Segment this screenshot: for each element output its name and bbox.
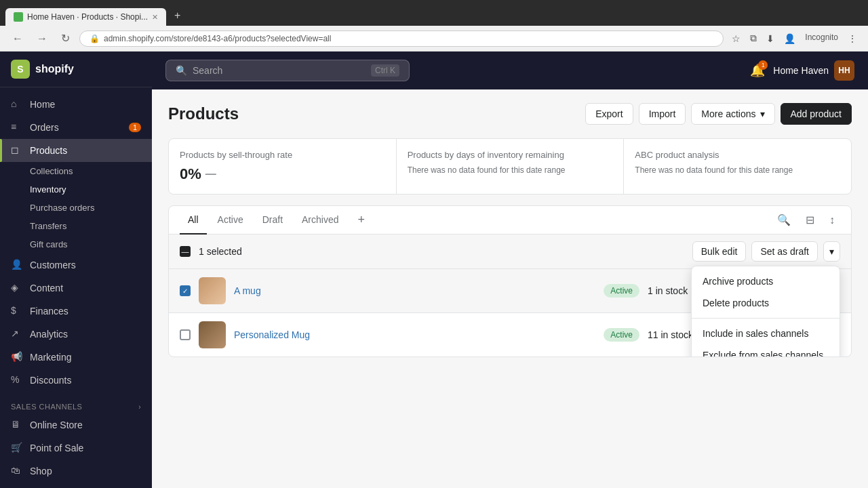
sales-channels-arrow-icon[interactable]: ›: [138, 403, 141, 411]
page-actions: Export Import More actions ▾ Add product: [585, 103, 852, 125]
sidebar-item-orders[interactable]: ≡ Orders 1: [0, 116, 152, 139]
sidebar-item-discounts[interactable]: % Discounts: [0, 369, 152, 392]
sidebar-item-products-label: Products: [30, 145, 67, 156]
filter-icon[interactable]: ⊟: [800, 209, 820, 230]
sidebar-item-marketing-label: Marketing: [30, 352, 71, 363]
store-name: Home Haven: [773, 65, 829, 76]
tab-archived[interactable]: Archived: [294, 206, 347, 235]
tab-all[interactable]: All: [180, 206, 207, 235]
sidebar-item-customers[interactable]: 👤 Customers: [0, 253, 152, 277]
dropdown-include-sales-channels[interactable]: Include in sales channels: [692, 323, 840, 344]
point-of-sale-icon: 🛒: [11, 442, 23, 454]
sidebar-item-online-store-label: Online Store: [30, 420, 83, 430]
browser-tabs: Home Haven · Products · Shopi... ✕ +: [0, 0, 868, 26]
browser-chrome: Home Haven · Products · Shopi... ✕ + ← →…: [0, 0, 868, 52]
stat-abc-sub: There was no data found for this date ra…: [635, 165, 840, 175]
menu-icon[interactable]: ⋮: [845, 30, 860, 47]
content-icon: ◈: [11, 282, 23, 294]
add-tab-btn[interactable]: +: [353, 207, 371, 232]
tab-close-btn[interactable]: ✕: [152, 13, 158, 22]
sidebar-sub-purchase-orders[interactable]: Purchase orders: [30, 199, 152, 217]
address-bar[interactable]: 🔒 admin.shopify.com/store/de8143-a6/prod…: [79, 30, 724, 47]
profile-icon[interactable]: 👤: [781, 30, 798, 47]
tab-favicon: [14, 12, 23, 22]
product-2-status: Active: [604, 328, 639, 342]
sidebar-item-home-label: Home: [30, 99, 55, 110]
table-tabs: All Active Draft Archived + 🔍 ⊟ ↕: [169, 206, 851, 235]
product-2-checkbox[interactable]: [180, 329, 191, 340]
select-all-checkbox[interactable]: —: [180, 246, 191, 257]
more-actions-chevron-icon: ▾: [760, 108, 765, 119]
stat-inventory-days-title: Products by days of inventory remaining: [408, 150, 613, 160]
import-button[interactable]: Import: [639, 103, 686, 125]
sidebar-sub-collections[interactable]: Collections: [30, 162, 152, 180]
search-bar[interactable]: 🔍 Search Ctrl K: [165, 60, 410, 81]
sidebar-item-home[interactable]: ⌂ Home: [0, 93, 152, 116]
more-actions-button[interactable]: More actions ▾: [691, 103, 774, 125]
finances-icon: $: [11, 305, 23, 317]
page-content: Products Export Import More actions ▾ Ad…: [152, 89, 868, 371]
product-2-name[interactable]: Personalized Mug: [234, 329, 595, 340]
sidebar-item-point-of-sale[interactable]: 🛒 Point of Sale: [0, 436, 152, 460]
export-button[interactable]: Export: [585, 103, 633, 125]
forward-btn[interactable]: →: [33, 31, 52, 46]
bookmark-icon[interactable]: ☆: [729, 30, 743, 47]
dropdown-delete-products[interactable]: Delete products: [692, 292, 840, 314]
bulk-edit-button[interactable]: Bulk edit: [692, 241, 747, 262]
notification-icon[interactable]: 🔔 1: [750, 63, 765, 78]
stat-sell-through-value: 0% —: [180, 165, 385, 183]
back-btn[interactable]: ←: [8, 31, 27, 46]
sidebar-item-analytics[interactable]: ↗ Analytics: [0, 323, 152, 346]
sidebar-sub-inventory[interactable]: Inventory: [30, 180, 152, 199]
set-as-draft-button[interactable]: Set as draft: [751, 241, 818, 262]
product-table: All Active Draft Archived + 🔍 ⊟ ↕ —: [168, 205, 852, 357]
sidebar-header: S shopify: [0, 52, 152, 87]
discounts-icon: %: [11, 374, 23, 386]
sidebar-item-shop[interactable]: 🛍 Shop: [0, 460, 152, 483]
sidebar-item-marketing[interactable]: 📢 Marketing: [0, 346, 152, 369]
tab-draft[interactable]: Draft: [254, 206, 291, 235]
refresh-btn[interactable]: ↻: [57, 30, 74, 46]
dropdown-exclude-sales-channels[interactable]: Exclude from sales channels: [692, 344, 840, 357]
sidebar-products-sub: Collections Inventory Purchase orders Tr…: [0, 162, 152, 253]
new-tab-btn[interactable]: +: [167, 5, 187, 26]
extensions-icon[interactable]: ⧉: [747, 30, 760, 47]
incognito-label: Incognito: [802, 30, 841, 47]
more-bulk-actions-button[interactable]: ▾: [823, 241, 840, 262]
sidebar-item-orders-label: Orders: [30, 122, 59, 133]
orders-icon: ≡: [11, 121, 23, 134]
product-1-name[interactable]: A mug: [234, 285, 595, 296]
url-text: admin.shopify.com/store/de8143-a6/produc…: [104, 34, 331, 43]
search-icon: 🔍: [176, 65, 187, 76]
shopify-logo-text: shopify: [35, 63, 74, 75]
sidebar-item-content[interactable]: ◈ Content: [0, 277, 152, 300]
download-icon[interactable]: ⬇: [764, 30, 777, 47]
orders-badge: 1: [129, 123, 141, 132]
active-tab[interactable]: Home Haven · Products · Shopi... ✕: [5, 8, 166, 26]
product-1-checkbox[interactable]: ✓: [180, 285, 191, 296]
sidebar-item-finances[interactable]: $ Finances: [0, 300, 152, 323]
tab-active[interactable]: Active: [210, 206, 252, 235]
home-icon: ⌂: [11, 98, 23, 110]
sort-icon[interactable]: ↕: [824, 209, 840, 230]
stat-card-abc-analysis: ABC product analysis There was no data f…: [624, 139, 851, 194]
sidebar-item-analytics-label: Analytics: [30, 329, 68, 340]
sidebar: S shopify ⌂ Home ≡ Orders 1 ◻ Products: [0, 52, 152, 488]
sidebar-item-content-label: Content: [30, 283, 63, 293]
notification-badge: 1: [758, 60, 768, 70]
sidebar-item-products[interactable]: ◻ Products: [0, 139, 152, 162]
product-1-thumbnail: [199, 277, 226, 304]
tab-title: Home Haven · Products · Shopi...: [27, 12, 148, 22]
action-bar-right: Bulk edit Set as draft ▾ Archive product…: [692, 241, 840, 262]
sidebar-item-online-store[interactable]: 🖥 Online Store: [0, 413, 152, 436]
add-product-button[interactable]: Add product: [781, 103, 852, 125]
dropdown-archive-products[interactable]: Archive products: [692, 270, 840, 292]
nav-icons: ☆ ⧉ ⬇ 👤 Incognito ⋮: [729, 30, 860, 47]
store-selector[interactable]: Home Haven HH: [773, 60, 854, 81]
search-shortcut: Ctrl K: [371, 64, 399, 77]
sidebar-sub-transfers[interactable]: Transfers: [30, 217, 152, 235]
sidebar-item-customers-label: Customers: [30, 260, 76, 270]
search-table-icon[interactable]: 🔍: [772, 209, 796, 230]
shopify-logo[interactable]: S shopify: [11, 60, 74, 79]
sidebar-sub-gift-cards[interactable]: Gift cards: [30, 235, 152, 253]
